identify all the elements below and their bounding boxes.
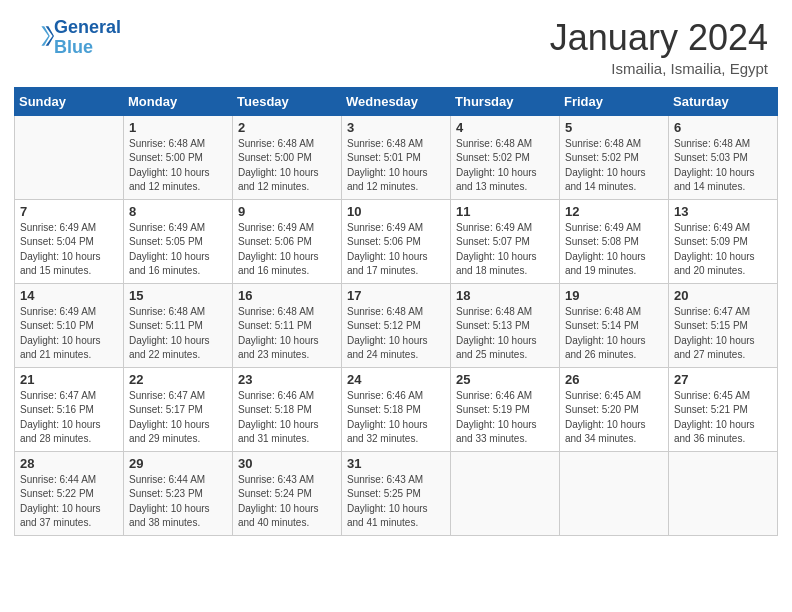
calendar-cell: 31Sunrise: 6:43 AM Sunset: 5:25 PM Dayli… bbox=[342, 451, 451, 535]
day-info: Sunrise: 6:48 AM Sunset: 5:01 PM Dayligh… bbox=[347, 137, 445, 195]
calendar-cell: 24Sunrise: 6:46 AM Sunset: 5:18 PM Dayli… bbox=[342, 367, 451, 451]
day-number: 16 bbox=[238, 288, 336, 303]
col-header-saturday: Saturday bbox=[669, 87, 778, 115]
day-info: Sunrise: 6:45 AM Sunset: 5:21 PM Dayligh… bbox=[674, 389, 772, 447]
day-info: Sunrise: 6:48 AM Sunset: 5:02 PM Dayligh… bbox=[456, 137, 554, 195]
day-number: 31 bbox=[347, 456, 445, 471]
day-info: Sunrise: 6:48 AM Sunset: 5:00 PM Dayligh… bbox=[129, 137, 227, 195]
day-number: 10 bbox=[347, 204, 445, 219]
day-number: 11 bbox=[456, 204, 554, 219]
day-number: 1 bbox=[129, 120, 227, 135]
day-info: Sunrise: 6:46 AM Sunset: 5:18 PM Dayligh… bbox=[238, 389, 336, 447]
day-info: Sunrise: 6:48 AM Sunset: 5:02 PM Dayligh… bbox=[565, 137, 663, 195]
col-header-monday: Monday bbox=[124, 87, 233, 115]
calendar-week-3: 14Sunrise: 6:49 AM Sunset: 5:10 PM Dayli… bbox=[15, 283, 778, 367]
day-info: Sunrise: 6:46 AM Sunset: 5:19 PM Dayligh… bbox=[456, 389, 554, 447]
calendar-cell: 20Sunrise: 6:47 AM Sunset: 5:15 PM Dayli… bbox=[669, 283, 778, 367]
logo: General Blue bbox=[24, 18, 121, 58]
month-title: January 2024 bbox=[550, 18, 768, 58]
day-number: 5 bbox=[565, 120, 663, 135]
calendar-week-1: 1Sunrise: 6:48 AM Sunset: 5:00 PM Daylig… bbox=[15, 115, 778, 199]
page-header: General Blue January 2024 Ismailia, Isma… bbox=[0, 0, 792, 87]
calendar-table: SundayMondayTuesdayWednesdayThursdayFrid… bbox=[14, 87, 778, 536]
col-header-friday: Friday bbox=[560, 87, 669, 115]
day-info: Sunrise: 6:47 AM Sunset: 5:17 PM Dayligh… bbox=[129, 389, 227, 447]
day-info: Sunrise: 6:45 AM Sunset: 5:20 PM Dayligh… bbox=[565, 389, 663, 447]
day-number: 20 bbox=[674, 288, 772, 303]
day-number: 15 bbox=[129, 288, 227, 303]
calendar-week-4: 21Sunrise: 6:47 AM Sunset: 5:16 PM Dayli… bbox=[15, 367, 778, 451]
day-info: Sunrise: 6:48 AM Sunset: 5:00 PM Dayligh… bbox=[238, 137, 336, 195]
day-info: Sunrise: 6:43 AM Sunset: 5:25 PM Dayligh… bbox=[347, 473, 445, 531]
day-number: 30 bbox=[238, 456, 336, 471]
calendar-cell: 25Sunrise: 6:46 AM Sunset: 5:19 PM Dayli… bbox=[451, 367, 560, 451]
calendar-cell: 6Sunrise: 6:48 AM Sunset: 5:03 PM Daylig… bbox=[669, 115, 778, 199]
calendar-cell: 29Sunrise: 6:44 AM Sunset: 5:23 PM Dayli… bbox=[124, 451, 233, 535]
day-info: Sunrise: 6:43 AM Sunset: 5:24 PM Dayligh… bbox=[238, 473, 336, 531]
calendar-cell: 17Sunrise: 6:48 AM Sunset: 5:12 PM Dayli… bbox=[342, 283, 451, 367]
day-number: 14 bbox=[20, 288, 118, 303]
day-info: Sunrise: 6:44 AM Sunset: 5:23 PM Dayligh… bbox=[129, 473, 227, 531]
day-number: 29 bbox=[129, 456, 227, 471]
calendar-cell: 9Sunrise: 6:49 AM Sunset: 5:06 PM Daylig… bbox=[233, 199, 342, 283]
day-number: 26 bbox=[565, 372, 663, 387]
day-number: 25 bbox=[456, 372, 554, 387]
calendar-cell: 2Sunrise: 6:48 AM Sunset: 5:00 PM Daylig… bbox=[233, 115, 342, 199]
day-number: 6 bbox=[674, 120, 772, 135]
day-info: Sunrise: 6:49 AM Sunset: 5:04 PM Dayligh… bbox=[20, 221, 118, 279]
calendar-week-5: 28Sunrise: 6:44 AM Sunset: 5:22 PM Dayli… bbox=[15, 451, 778, 535]
calendar-cell bbox=[560, 451, 669, 535]
day-number: 24 bbox=[347, 372, 445, 387]
day-number: 13 bbox=[674, 204, 772, 219]
day-info: Sunrise: 6:46 AM Sunset: 5:18 PM Dayligh… bbox=[347, 389, 445, 447]
calendar-cell: 28Sunrise: 6:44 AM Sunset: 5:22 PM Dayli… bbox=[15, 451, 124, 535]
day-number: 9 bbox=[238, 204, 336, 219]
calendar-cell: 18Sunrise: 6:48 AM Sunset: 5:13 PM Dayli… bbox=[451, 283, 560, 367]
day-number: 12 bbox=[565, 204, 663, 219]
calendar-cell: 23Sunrise: 6:46 AM Sunset: 5:18 PM Dayli… bbox=[233, 367, 342, 451]
calendar-cell: 22Sunrise: 6:47 AM Sunset: 5:17 PM Dayli… bbox=[124, 367, 233, 451]
calendar-week-2: 7Sunrise: 6:49 AM Sunset: 5:04 PM Daylig… bbox=[15, 199, 778, 283]
calendar-cell: 1Sunrise: 6:48 AM Sunset: 5:00 PM Daylig… bbox=[124, 115, 233, 199]
calendar-cell: 14Sunrise: 6:49 AM Sunset: 5:10 PM Dayli… bbox=[15, 283, 124, 367]
calendar-cell bbox=[15, 115, 124, 199]
calendar-cell bbox=[669, 451, 778, 535]
calendar-cell: 30Sunrise: 6:43 AM Sunset: 5:24 PM Dayli… bbox=[233, 451, 342, 535]
day-info: Sunrise: 6:49 AM Sunset: 5:09 PM Dayligh… bbox=[674, 221, 772, 279]
calendar-cell: 13Sunrise: 6:49 AM Sunset: 5:09 PM Dayli… bbox=[669, 199, 778, 283]
day-number: 27 bbox=[674, 372, 772, 387]
calendar-cell: 11Sunrise: 6:49 AM Sunset: 5:07 PM Dayli… bbox=[451, 199, 560, 283]
calendar-cell: 27Sunrise: 6:45 AM Sunset: 5:21 PM Dayli… bbox=[669, 367, 778, 451]
calendar-cell bbox=[451, 451, 560, 535]
day-number: 22 bbox=[129, 372, 227, 387]
col-header-wednesday: Wednesday bbox=[342, 87, 451, 115]
day-info: Sunrise: 6:47 AM Sunset: 5:16 PM Dayligh… bbox=[20, 389, 118, 447]
day-info: Sunrise: 6:49 AM Sunset: 5:05 PM Dayligh… bbox=[129, 221, 227, 279]
calendar: SundayMondayTuesdayWednesdayThursdayFrid… bbox=[0, 87, 792, 550]
day-number: 18 bbox=[456, 288, 554, 303]
day-number: 17 bbox=[347, 288, 445, 303]
day-number: 7 bbox=[20, 204, 118, 219]
day-info: Sunrise: 6:48 AM Sunset: 5:14 PM Dayligh… bbox=[565, 305, 663, 363]
day-info: Sunrise: 6:49 AM Sunset: 5:08 PM Dayligh… bbox=[565, 221, 663, 279]
day-info: Sunrise: 6:48 AM Sunset: 5:13 PM Dayligh… bbox=[456, 305, 554, 363]
calendar-cell: 19Sunrise: 6:48 AM Sunset: 5:14 PM Dayli… bbox=[560, 283, 669, 367]
calendar-cell: 15Sunrise: 6:48 AM Sunset: 5:11 PM Dayli… bbox=[124, 283, 233, 367]
day-number: 21 bbox=[20, 372, 118, 387]
calendar-cell: 21Sunrise: 6:47 AM Sunset: 5:16 PM Dayli… bbox=[15, 367, 124, 451]
day-info: Sunrise: 6:48 AM Sunset: 5:11 PM Dayligh… bbox=[129, 305, 227, 363]
calendar-cell: 7Sunrise: 6:49 AM Sunset: 5:04 PM Daylig… bbox=[15, 199, 124, 283]
calendar-cell: 12Sunrise: 6:49 AM Sunset: 5:08 PM Dayli… bbox=[560, 199, 669, 283]
calendar-cell: 4Sunrise: 6:48 AM Sunset: 5:02 PM Daylig… bbox=[451, 115, 560, 199]
day-number: 4 bbox=[456, 120, 554, 135]
col-header-thursday: Thursday bbox=[451, 87, 560, 115]
col-header-sunday: Sunday bbox=[15, 87, 124, 115]
calendar-cell: 3Sunrise: 6:48 AM Sunset: 5:01 PM Daylig… bbox=[342, 115, 451, 199]
day-number: 23 bbox=[238, 372, 336, 387]
day-info: Sunrise: 6:48 AM Sunset: 5:11 PM Dayligh… bbox=[238, 305, 336, 363]
calendar-cell: 8Sunrise: 6:49 AM Sunset: 5:05 PM Daylig… bbox=[124, 199, 233, 283]
day-info: Sunrise: 6:49 AM Sunset: 5:10 PM Dayligh… bbox=[20, 305, 118, 363]
day-info: Sunrise: 6:49 AM Sunset: 5:06 PM Dayligh… bbox=[347, 221, 445, 279]
day-number: 3 bbox=[347, 120, 445, 135]
title-block: January 2024 Ismailia, Ismailia, Egypt bbox=[550, 18, 768, 77]
